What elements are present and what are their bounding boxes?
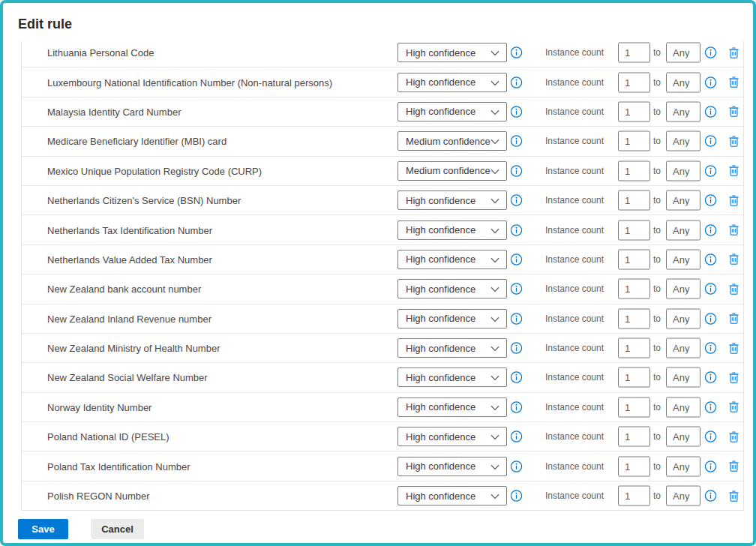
confidence-dropdown-value: High confidence	[406, 343, 476, 354]
delete-rule-button[interactable]	[726, 400, 741, 415]
instance-count-min-input[interactable]	[618, 279, 650, 299]
instance-count-info-icon[interactable]	[704, 253, 717, 266]
rule-row: Polish REGON Number High confidence Inst…	[22, 482, 743, 511]
instance-count-max-input[interactable]	[666, 486, 700, 506]
instance-count-info-icon[interactable]	[704, 224, 717, 236]
instance-count-info-icon[interactable]	[704, 400, 717, 413]
instance-count-max-input[interactable]	[666, 249, 700, 269]
delete-rule-button[interactable]	[726, 134, 741, 148]
to-label: to	[653, 284, 661, 294]
instance-count-max-input[interactable]	[666, 397, 700, 417]
confidence-dropdown[interactable]: High confidence	[398, 368, 507, 387]
confidence-dropdown[interactable]: High confidence	[398, 43, 507, 62]
trash-icon	[728, 253, 740, 266]
rule-row: Mexico Unique Population Registry Code (…	[22, 157, 743, 186]
to-label: to	[653, 343, 661, 353]
instance-count-max-input[interactable]	[666, 190, 700, 211]
to-label: to	[653, 225, 661, 236]
to-label: to	[653, 314, 661, 324]
instance-count-max-input[interactable]	[666, 427, 700, 447]
rule-row: Netherlands Citizen's Service (BSN) Numb…	[22, 186, 743, 215]
rule-row: Norway Identity Number High confidence I…	[22, 393, 743, 422]
confidence-dropdown[interactable]: High confidence	[398, 486, 507, 506]
confidence-dropdown[interactable]: Medium confidence	[398, 131, 507, 151]
instance-count-min-input[interactable]	[618, 427, 650, 447]
instance-count-min-input[interactable]	[618, 72, 650, 92]
delete-rule-button[interactable]	[726, 311, 741, 326]
delete-rule-button[interactable]	[726, 104, 741, 119]
instance-count-max-input[interactable]	[666, 43, 700, 63]
instance-count-max-input[interactable]	[666, 368, 700, 388]
instance-count-min-input[interactable]	[618, 160, 650, 181]
instance-count-max-input[interactable]	[666, 338, 700, 358]
instance-count-min-input[interactable]	[618, 308, 650, 328]
instance-count-min-input[interactable]	[618, 338, 650, 358]
instance-count-min-input[interactable]	[618, 397, 650, 417]
instance-count-max-input[interactable]	[666, 131, 700, 152]
chevron-down-icon	[490, 405, 500, 411]
instance-count-info-icon[interactable]	[704, 460, 717, 472]
confidence-dropdown[interactable]: High confidence	[398, 190, 507, 210]
instance-count-info-icon[interactable]	[704, 283, 717, 296]
instance-count-label: Instance count	[521, 284, 604, 294]
rule-name-label: New Zealand Social Welfare Number	[47, 372, 208, 383]
delete-rule-button[interactable]	[726, 370, 741, 385]
delete-rule-button[interactable]	[726, 281, 741, 296]
confidence-dropdown[interactable]: High confidence	[398, 279, 507, 298]
instance-count-info-icon[interactable]	[704, 164, 717, 177]
instance-count-info-icon[interactable]	[704, 312, 717, 325]
instance-count-info-icon[interactable]	[704, 135, 717, 148]
instance-count-info-icon[interactable]	[704, 194, 717, 207]
delete-rule-button[interactable]	[726, 75, 741, 90]
confidence-dropdown[interactable]: High confidence	[398, 309, 507, 328]
instance-count-min-input[interactable]	[618, 101, 650, 122]
instance-count-max-input[interactable]	[666, 308, 700, 328]
instance-count-max-input[interactable]	[666, 220, 700, 240]
instance-count-min-input[interactable]	[618, 249, 650, 269]
delete-rule-button[interactable]	[726, 459, 741, 474]
delete-rule-button[interactable]	[726, 340, 741, 356]
delete-rule-button[interactable]	[726, 223, 741, 238]
instance-count-info-icon[interactable]	[704, 105, 717, 118]
confidence-dropdown[interactable]: High confidence	[398, 398, 507, 417]
instance-count-min-input[interactable]	[618, 486, 650, 506]
delete-rule-button[interactable]	[726, 488, 741, 503]
confidence-dropdown[interactable]: Medium confidence	[398, 161, 507, 181]
instance-count-info-icon[interactable]	[704, 490, 717, 502]
confidence-dropdown-value: High confidence	[406, 195, 476, 206]
confidence-dropdown[interactable]: High confidence	[398, 427, 507, 446]
instance-count-max-input[interactable]	[666, 279, 700, 299]
delete-rule-button[interactable]	[726, 45, 741, 60]
instance-count-min-input[interactable]	[618, 368, 650, 388]
delete-rule-button[interactable]	[726, 164, 741, 178]
confidence-dropdown[interactable]: High confidence	[398, 457, 507, 476]
instance-count-max-input[interactable]	[666, 101, 700, 122]
confidence-dropdown[interactable]: High confidence	[398, 220, 507, 240]
save-button[interactable]: Save	[18, 519, 68, 539]
instance-count-info-icon[interactable]	[704, 46, 717, 59]
instance-count-min-input[interactable]	[618, 43, 650, 63]
delete-rule-button[interactable]	[726, 193, 741, 208]
confidence-dropdown[interactable]: High confidence	[398, 73, 507, 92]
instance-count-max-input[interactable]	[666, 72, 700, 92]
confidence-dropdown[interactable]: High confidence	[398, 338, 507, 358]
rules-list[interactable]: Lithuania Personal Code High confidence …	[21, 41, 744, 511]
instance-count-max-input[interactable]	[666, 160, 700, 181]
edit-rule-dialog: Edit rule Lithuania Personal Code High c…	[0, 0, 756, 546]
cancel-button[interactable]: Cancel	[91, 519, 144, 539]
instance-count-info-icon[interactable]	[704, 76, 717, 88]
delete-rule-button[interactable]	[726, 252, 741, 267]
instance-count-min-input[interactable]	[618, 190, 650, 211]
instance-count-info-icon[interactable]	[704, 342, 717, 355]
confidence-dropdown[interactable]: High confidence	[398, 102, 507, 122]
instance-count-min-input[interactable]	[618, 220, 650, 240]
instance-count-min-input[interactable]	[618, 131, 650, 152]
instance-count-info-icon[interactable]	[704, 371, 717, 384]
confidence-dropdown[interactable]: High confidence	[398, 250, 507, 269]
delete-rule-button[interactable]	[726, 429, 741, 444]
instance-count-info-icon[interactable]	[704, 430, 717, 443]
instance-count-label: Instance count	[521, 136, 604, 146]
instance-count-max-input[interactable]	[666, 456, 700, 476]
instance-count-label: Instance count	[521, 166, 604, 176]
instance-count-min-input[interactable]	[618, 456, 650, 476]
